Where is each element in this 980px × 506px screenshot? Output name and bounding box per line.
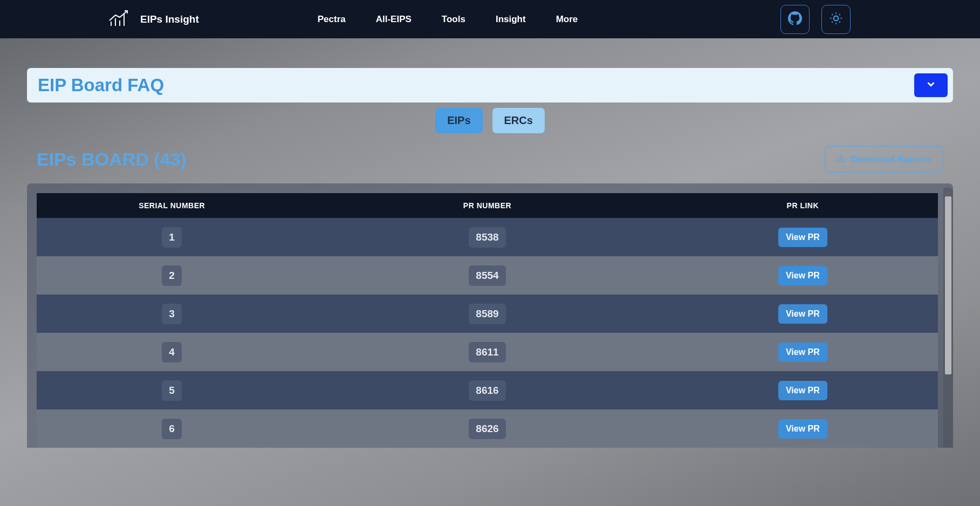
pr-number-cell: 8589 — [469, 304, 505, 324]
svg-line-12 — [839, 14, 840, 15]
pr-number-cell: 8626 — [469, 419, 505, 439]
nav-link-more[interactable]: More — [556, 14, 578, 25]
faq-banner: EIP Board FAQ — [27, 68, 953, 102]
nav-links: Pectra All-EIPS Tools Insight More — [318, 14, 578, 25]
scrollbar[interactable] — [943, 188, 953, 448]
nav-link-insight[interactable]: Insight — [496, 14, 526, 25]
nav-link-tools[interactable]: Tools — [442, 14, 465, 25]
board-title: EIPs BOARD (43) — [37, 149, 187, 170]
nav-link-all-eips[interactable]: All-EIPS — [376, 14, 412, 25]
serial-cell: 2 — [162, 265, 182, 286]
view-pr-button[interactable]: View PR — [778, 304, 827, 324]
eips-board-table: SERIAL NUMBER PR NUMBER PR LINK 18538Vie… — [37, 193, 938, 448]
pr-number-cell: 8616 — [469, 380, 505, 401]
table-row: 58616View PR — [37, 371, 938, 409]
view-pr-button[interactable]: View PR — [778, 266, 827, 285]
svg-line-7 — [832, 14, 833, 15]
scrollbar-thumb[interactable] — [945, 196, 951, 374]
table-header-row: SERIAL NUMBER PR NUMBER PR LINK — [37, 193, 938, 218]
tabs: EIPs ERCs — [27, 108, 953, 133]
pr-number-cell: 8538 — [469, 227, 505, 248]
pr-number-cell: 8554 — [469, 265, 505, 286]
board-header: EIPs BOARD (43) Download Reports — [37, 146, 943, 173]
faq-toggle-button[interactable] — [914, 73, 948, 97]
view-pr-button[interactable]: View PR — [778, 343, 827, 362]
sun-icon — [829, 11, 843, 28]
brand-title: EIPs Insight — [140, 13, 199, 25]
content: EIP Board FAQ EIPs ERCs EIPs BOARD (43) … — [0, 38, 980, 448]
serial-cell: 6 — [162, 419, 182, 439]
chevron-down-icon — [925, 78, 937, 92]
view-pr-button[interactable]: View PR — [778, 228, 827, 247]
view-pr-button[interactable]: View PR — [778, 419, 827, 439]
serial-cell: 4 — [162, 342, 182, 363]
nav-link-pectra[interactable]: Pectra — [318, 14, 346, 25]
download-icon — [836, 153, 846, 166]
github-icon — [788, 11, 802, 28]
svg-marker-14 — [946, 191, 950, 195]
brand[interactable]: EIPs Insight — [108, 10, 199, 29]
svg-line-11 — [832, 22, 833, 23]
nav-right — [780, 5, 851, 34]
download-reports-button[interactable]: Download Reports — [825, 146, 943, 173]
scroll-up-icon — [945, 189, 951, 195]
logo-icon — [108, 10, 132, 29]
table-row: 68626View PR — [37, 409, 938, 448]
table-row: 48611View PR — [37, 333, 938, 371]
view-pr-button[interactable]: View PR — [778, 381, 827, 400]
table-row: 28554View PR — [37, 256, 938, 295]
serial-cell: 1 — [162, 227, 182, 248]
col-link: PR LINK — [668, 193, 938, 218]
svg-line-8 — [839, 22, 840, 23]
pr-number-cell: 8611 — [469, 342, 505, 363]
col-serial: SERIAL NUMBER — [37, 193, 307, 218]
theme-toggle-button[interactable] — [821, 5, 851, 34]
svg-point-4 — [834, 16, 839, 20]
tab-eips[interactable]: EIPs — [435, 108, 482, 133]
navbar: EIPs Insight Pectra All-EIPS Tools Insig… — [0, 0, 980, 38]
col-pr: PR NUMBER — [307, 193, 667, 218]
table-row: 18538View PR — [37, 218, 938, 256]
github-button[interactable] — [780, 5, 810, 34]
download-label: Download Reports — [851, 154, 932, 165]
table-container: SERIAL NUMBER PR NUMBER PR LINK 18538Vie… — [27, 183, 953, 448]
table-row: 38589View PR — [37, 295, 938, 333]
serial-cell: 5 — [162, 380, 182, 401]
serial-cell: 3 — [162, 304, 182, 324]
tab-ercs[interactable]: ERCs — [492, 108, 545, 133]
faq-title: EIP Board FAQ — [38, 75, 164, 95]
